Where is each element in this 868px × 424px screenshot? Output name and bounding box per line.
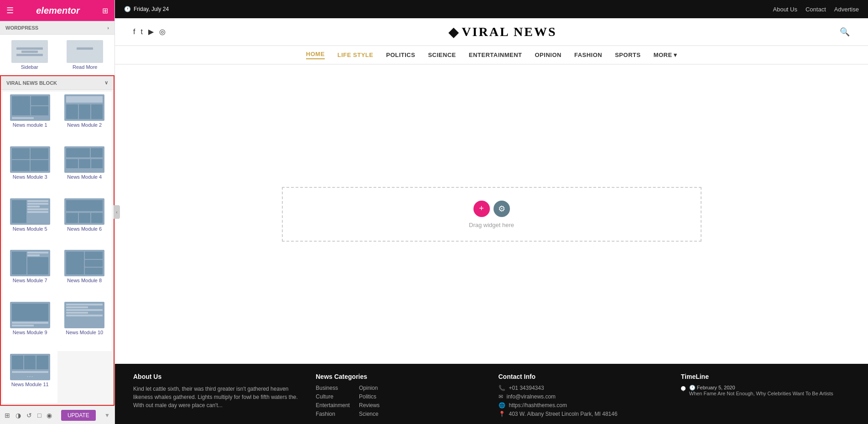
search-icon[interactable]: 🔍 [840,27,850,37]
main-content-area: 🕐 Friday, July 24 About Us Contact Adver… [115,0,868,424]
history-icon[interactable]: ↺ [26,412,32,419]
responsive-icon[interactable]: □ [37,412,41,419]
news-module-3-item[interactable]: News Module 3 [3,144,57,196]
viral-news-block-collapse[interactable]: ∨ [104,80,108,86]
hamburger-icon[interactable]: ☰ [6,5,14,16]
contact-link[interactable]: Contact [806,6,826,13]
footer-link-opinion[interactable]: Opinion [359,385,379,391]
news-module-1-thumb [10,94,50,121]
footer-link-fashion[interactable]: Fashion [316,411,350,417]
news-module-9-item[interactable]: News Module 9 [3,299,57,351]
news-module-11-thumb: • • • [10,354,50,380]
footer-link-politics[interactable]: Politics [359,393,379,400]
youtube-icon[interactable]: ▶ [148,27,154,36]
twitter-icon[interactable]: t [140,28,142,36]
wordpress-section-arrow[interactable]: › [107,25,109,31]
panel-collapse-handle[interactable]: ‹ [114,205,120,219]
topbar-left: 🕐 Friday, July 24 [124,6,169,12]
news-module-1-item[interactable]: News module 1 [3,92,57,144]
timeline-date: 🕐 February 5, 2020 [689,385,833,391]
add-widget-button[interactable]: + [473,201,490,217]
sidebar-widget-item[interactable]: Sidebar [2,37,57,72]
panel-bottom-toolbar: ⊞ ◑ ↺ □ ◉ UPDATE ▼ [0,406,114,424]
instagram-icon[interactable]: ◎ [159,27,166,36]
widget-options-button[interactable]: ⚙ [494,201,510,217]
elementor-panel: ☰ elementor ⊞ WORDPRESS › Sidebar Read M… [0,0,115,424]
footer-link-reviews[interactable]: Reviews [359,402,379,408]
sidebar-thumb [11,40,48,63]
nav-entertainment[interactable]: ENTERTAINMENT [469,52,522,58]
news-module-11-item[interactable]: • • • News Module 11 [3,351,57,403]
news-modules-grid: News module 1 News Module 2 [1,90,114,405]
footer-links-col1: Business Culture Entertainment Fashion [316,385,350,419]
timeline-dot [681,386,686,391]
footer-email-row: ✉ info@viralnews.com [499,393,667,400]
facebook-icon[interactable]: f [133,28,135,36]
site-logo: ◆ VIRAL NEWS [448,24,556,40]
drag-widget-box[interactable]: + ⚙ Drag widget here [282,187,702,242]
nav-lifestyle[interactable]: LIFE STYLE [338,52,374,58]
news-module-4-item[interactable]: News Module 4 [57,144,112,196]
nav-politics[interactable]: POLITICS [386,52,415,58]
footer-link-business[interactable]: Business [316,385,350,391]
email-icon: ✉ [499,393,503,400]
news-module-8-thumb [64,250,104,276]
update-arrow[interactable]: ▼ [104,412,110,419]
news-module-8-label: News Module 8 [60,278,110,283]
footer-website-row: 🌐 https://hashthemes.com [499,402,667,408]
news-module-6-item[interactable]: News Module 6 [57,196,112,248]
footer-about-text: Kind let cattle sixth, their was third g… [133,385,302,409]
nav-opinion[interactable]: OPINION [535,52,561,58]
social-icons-group: f t ▶ ◎ [133,27,166,36]
footer-address: 403 W. Albany Street Lincoln Park, MI 48… [509,411,618,417]
nav-home[interactable]: HOME [306,51,325,59]
site-topbar: 🕐 Friday, July 24 About Us Contact Adver… [115,0,868,18]
eye-icon[interactable]: ◉ [47,412,52,419]
style-icon[interactable]: ◑ [16,412,21,419]
web-icon: 🌐 [499,402,505,408]
grid-icon[interactable]: ⊞ [102,6,108,15]
news-module-8-item[interactable]: News Module 8 [57,247,112,299]
sidebar-widget-label: Sidebar [4,64,56,70]
layers-icon[interactable]: ⊞ [5,412,10,419]
wordpress-section-header: WORDPRESS › [0,21,114,35]
news-module-2-item[interactable]: News Module 2 [57,92,112,144]
footer-columns: About Us Kind let cattle sixth, their wa… [133,373,850,419]
footer-link-science[interactable]: Science [359,411,379,417]
update-button[interactable]: UPDATE [61,410,96,421]
news-module-5-thumb [10,198,50,225]
news-module-7-thumb [10,250,50,276]
nav-science[interactable]: SCIENCE [428,52,456,58]
footer-link-culture[interactable]: Culture [316,393,350,400]
footer-timeline-title: TimeLine [681,373,850,380]
nav-sports[interactable]: SPORTS [615,52,640,58]
news-module-5-item[interactable]: News Module 5 [3,196,57,248]
footer-link-entertainment[interactable]: Entertainment [316,402,350,408]
topbar-date: Friday, July 24 [134,6,169,12]
clock-icon: 🕐 [124,6,131,12]
news-module-10-item[interactable]: News Module 10 [57,299,112,351]
news-module-7-label: News Module 7 [5,278,55,283]
footer-about-title: About Us [133,373,302,380]
news-module-10-label: News Module 10 [60,330,110,335]
news-module-2-thumb [64,94,104,121]
logo-icon: ◆ [448,24,459,40]
footer-contact-title: Contact Info [499,373,667,380]
read-more-widget-item[interactable]: Read More [57,37,113,72]
nav-more[interactable]: MORE ▾ [654,52,677,58]
read-more-thumb [67,40,103,63]
elementor-logo: elementor [36,5,80,16]
news-module-7-item[interactable]: News Module 7 [3,247,57,299]
add-buttons-group: + ⚙ [473,201,510,217]
viral-news-block-header: VIRAL NEWS BLOCK ∨ [1,76,114,90]
news-module-11-label: News Module 11 [5,382,55,387]
news-module-1-label: News module 1 [5,122,55,128]
news-module-4-label: News Module 4 [60,174,110,180]
news-module-2-label: News Module 2 [60,122,110,128]
bottom-icons-group: ⊞ ◑ ↺ □ ◉ [5,412,52,419]
footer-website: https://hashthemes.com [509,402,567,408]
nav-fashion[interactable]: FASHION [574,52,602,58]
footer-contact-col: Contact Info 📞 +01 34394343 ✉ info@viral… [499,373,667,419]
advertise-link[interactable]: Advertise [834,6,859,13]
about-us-link[interactable]: About Us [773,6,797,13]
